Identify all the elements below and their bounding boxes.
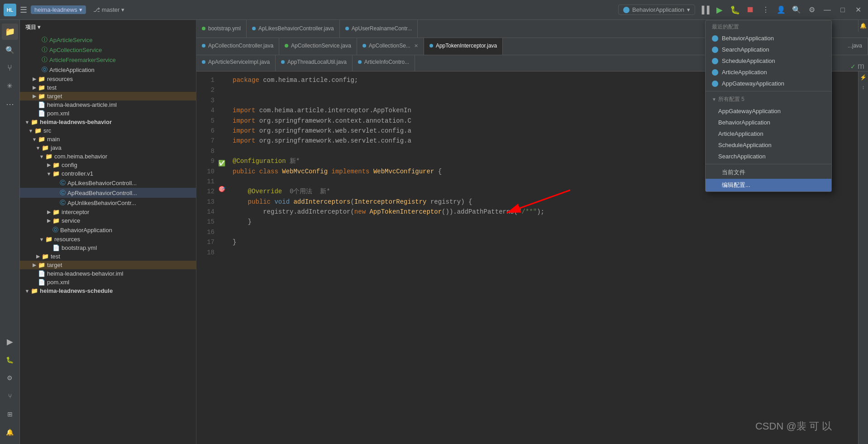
tree-item-behavior-module[interactable]: ▼ 📁 heima-leadnews-behavior bbox=[20, 118, 196, 126]
notifications-panel: 🔔 bbox=[858, 20, 868, 32]
hamburger-icon[interactable]: ☰ bbox=[20, 5, 27, 15]
tab-ApLikesBehaviorController[interactable]: ApLikesBehaviorController.java bbox=[247, 20, 340, 38]
activity-project-icon[interactable]: 📁 bbox=[2, 24, 18, 40]
top-bar-right: BehaviorApplication ▾ ▐▐ ▶ 🐛 ⏹ ⋮ 👤 🔍 ⚙ —… bbox=[618, 4, 864, 16]
tree-item-ApCollectionService[interactable]: Ⓘ ApCollectionService bbox=[20, 45, 196, 55]
tree-item-ApUnlikesBehaviorController[interactable]: ▶ Ⓒ ApUnlikesBehaviorContr... bbox=[20, 198, 196, 208]
tab-close-icon[interactable]: ✕ bbox=[414, 43, 418, 49]
tree-item-ArticleApplication[interactable]: ⓪ ArticleApplication bbox=[20, 65, 196, 75]
activity-vcs-icon[interactable]: ⑂ bbox=[2, 60, 18, 76]
account-icon[interactable]: 👤 bbox=[775, 4, 787, 16]
tab-ApCollectionController[interactable]: ApCollectionController.java bbox=[196, 38, 279, 55]
dropdown-ScheduleApplication-all[interactable]: ScheduleApplication bbox=[706, 139, 831, 151]
dropdown-ArticleApplication-recent[interactable]: ArticleApplication bbox=[706, 67, 831, 78]
tree-item-behavior-iml[interactable]: ▶ 📄 heima-leadnews-behavior.iml bbox=[20, 269, 196, 278]
activity-notifications-icon[interactable]: 🔔 bbox=[2, 424, 18, 440]
tree-item-bootstrap-yml-behavior[interactable]: ▶ 📄 bootstrap.yml bbox=[20, 243, 196, 252]
dropdown-ScheduleApplication-recent[interactable]: ScheduleApplication bbox=[706, 55, 831, 67]
minimize-icon[interactable]: — bbox=[821, 4, 834, 16]
tree-item-resources[interactable]: ▶ 📁 resources bbox=[20, 75, 196, 83]
config-dot bbox=[712, 35, 718, 42]
config-dot bbox=[712, 69, 718, 76]
tab-something-java[interactable]: ...java bbox=[842, 38, 868, 55]
stop-button[interactable]: ⏹ bbox=[744, 4, 757, 16]
debug-button[interactable]: 🐛 bbox=[729, 4, 741, 16]
tree-item-main[interactable]: ▼ 📁 main bbox=[20, 135, 196, 143]
run-config-dropdown: 最近的配置 BehaviorApplication SearchApplicat… bbox=[705, 20, 832, 192]
dropdown-edit-config[interactable]: 编辑配置... bbox=[706, 179, 831, 191]
notification-bell-icon[interactable]: 🔔 bbox=[859, 22, 868, 30]
tree-item-test-article[interactable]: ▶ 📁 test bbox=[20, 83, 196, 92]
run-button[interactable]: ▶ bbox=[713, 4, 726, 16]
tree-item-src[interactable]: ▼ 📁 src bbox=[20, 126, 196, 135]
activity-search-icon[interactable]: 🔍 bbox=[2, 42, 18, 58]
app-logo: HL bbox=[4, 4, 16, 16]
dropdown-BehaviorApplication-all[interactable]: BehaviorApplication bbox=[706, 117, 831, 128]
tree-item-target-article[interactable]: ▶ 📁 target bbox=[20, 92, 196, 100]
search-icon[interactable]: 🔍 bbox=[790, 4, 803, 16]
tree-item-target-behavior[interactable]: ▶ 📁 target bbox=[20, 261, 196, 269]
tab-dot bbox=[281, 60, 285, 64]
run-config-selector[interactable]: BehaviorApplication ▾ bbox=[618, 5, 695, 15]
tab-ArticleInfoController[interactable]: ArticleInfoContro... bbox=[353, 55, 415, 71]
recent-config-label: 最近的配置 bbox=[706, 20, 831, 33]
tree-item-ApLikesBehaviorController[interactable]: ▶ Ⓒ ApLikesBehaviorControll... bbox=[20, 178, 196, 188]
config-dot bbox=[712, 81, 718, 87]
tab-ApUserRealnameController[interactable]: ApUserRealnameContr... bbox=[340, 20, 418, 38]
activity-services-icon[interactable]: ⚙ bbox=[2, 370, 18, 386]
tab-bootstrap-yml[interactable]: bootstrap.yml bbox=[196, 20, 247, 38]
tab-dot bbox=[345, 27, 349, 30]
tree-item-test-behavior[interactable]: ▶ 📁 test bbox=[20, 252, 196, 261]
tab-ApCollectionServiceImpl[interactable]: ApCollectionSe... ✕ bbox=[357, 38, 424, 55]
tab-AppTokenInterceptor[interactable]: AppTokenInterceptor.java bbox=[424, 38, 503, 55]
activity-more-icon[interactable]: ⋯ bbox=[2, 96, 18, 112]
sidebar-header[interactable]: 项目 ▾ bbox=[20, 20, 196, 35]
tree-item-schedule-module[interactable]: ▼ 📁 heima-leadnews-schedule bbox=[20, 286, 196, 295]
code-line-13: public void addInterceptors(InterceptorR… bbox=[233, 197, 853, 207]
tree-item-config[interactable]: ▶ 📁 config bbox=[20, 161, 196, 169]
tree-item-service[interactable]: ▶ 📁 service bbox=[20, 216, 196, 225]
parallel-run-icon[interactable]: ▐▐ bbox=[698, 4, 711, 16]
activity-terminal-icon[interactable]: ⊞ bbox=[2, 406, 18, 422]
tab-ApCollectionService[interactable]: ApCollectionService.java bbox=[279, 38, 357, 55]
dropdown-AppGatewayApplication-recent[interactable]: AppGatewayApplication bbox=[706, 78, 831, 89]
tab-AppThreadLocalUtil[interactable]: AppThreadLocalUtil.java bbox=[276, 55, 353, 71]
branch-selector[interactable]: ⎇ master ▾ bbox=[90, 5, 129, 14]
tree-item-controller-v1[interactable]: ▼ 📁 controller.v1 bbox=[20, 169, 196, 178]
activity-bar: 📁 🔍 ⑂ ✳ ⋯ ▶ 🐛 ⚙ ⑂ ⊞ 🔔 bbox=[0, 20, 20, 444]
line-numbers: 1 2 3 4 5 6 7 8 9 10 11 12 13 14 15 16 1… bbox=[196, 72, 218, 444]
activity-plugins-icon[interactable]: ✳ bbox=[2, 78, 18, 94]
tree-item-interceptor[interactable]: ▶ 📁 interceptor bbox=[20, 208, 196, 216]
right-panel-icon-1[interactable]: ⚡ bbox=[859, 73, 868, 81]
dropdown-SearchApplication-recent[interactable]: SearchApplication bbox=[706, 44, 831, 55]
activity-run-icon[interactable]: ▶ bbox=[2, 334, 18, 350]
close-icon[interactable]: ✕ bbox=[852, 4, 864, 16]
tab-ApArticleServiceImpl[interactable]: ApArticleServiceImpl.java bbox=[196, 55, 276, 71]
tree-item-article-iml[interactable]: ▶ 📄 heima-leadnews-article.iml bbox=[20, 100, 196, 109]
more-options-icon[interactable]: ⋮ bbox=[759, 4, 772, 16]
dropdown-AppGatewayApplication-all[interactable]: AppGatewayApplication bbox=[706, 105, 831, 117]
tree-item-BehaviorApplication[interactable]: ▶ ⓪ BehaviorApplication bbox=[20, 225, 196, 235]
tree-item-ApArticleService[interactable]: Ⓘ ApArticleService bbox=[20, 35, 196, 45]
dropdown-BehaviorApplication-recent[interactable]: BehaviorApplication bbox=[706, 33, 831, 44]
dropdown-divider-1 bbox=[706, 91, 831, 91]
dropdown-ArticleApplication-all[interactable]: ArticleApplication bbox=[706, 128, 831, 139]
dropdown-SearchApplication-all[interactable]: SearchApplication bbox=[706, 151, 831, 162]
tree-item-com-heima-behavior[interactable]: ▼ 📁 com.heima.behavior bbox=[20, 152, 196, 161]
tree-item-resources-behavior[interactable]: ▼ 📁 resources bbox=[20, 235, 196, 243]
right-panel-icon-2[interactable]: ↕ bbox=[859, 83, 868, 91]
all-config-section[interactable]: ▼ 所有配置 5 bbox=[706, 93, 831, 105]
activity-git-icon[interactable]: ⑂ bbox=[2, 388, 18, 404]
maximize-icon[interactable]: □ bbox=[836, 4, 849, 16]
dropdown-current-file[interactable]: 当前文件 bbox=[706, 166, 831, 179]
tab-dot bbox=[252, 27, 256, 30]
tree-item-pom-behavior[interactable]: ▶ 📄 pom.xml bbox=[20, 278, 196, 286]
tree-item-ApReadBehaviorController[interactable]: ▶ Ⓒ ApReadBehaviorControll... bbox=[20, 188, 196, 198]
right-panel: ⚡ ↕ bbox=[858, 72, 868, 444]
tree-item-pom-article[interactable]: ▶ 📄 pom.xml bbox=[20, 109, 196, 118]
tree-item-java[interactable]: ▼ 📁 java bbox=[20, 143, 196, 152]
settings-icon[interactable]: ⚙ bbox=[806, 4, 818, 16]
tree-item-ArticleFreemarkerService[interactable]: Ⓘ ArticleFreemarkerService bbox=[20, 55, 196, 65]
activity-debug-icon[interactable]: 🐛 bbox=[2, 352, 18, 368]
project-name[interactable]: heima-leadnews ▾ bbox=[31, 5, 86, 14]
